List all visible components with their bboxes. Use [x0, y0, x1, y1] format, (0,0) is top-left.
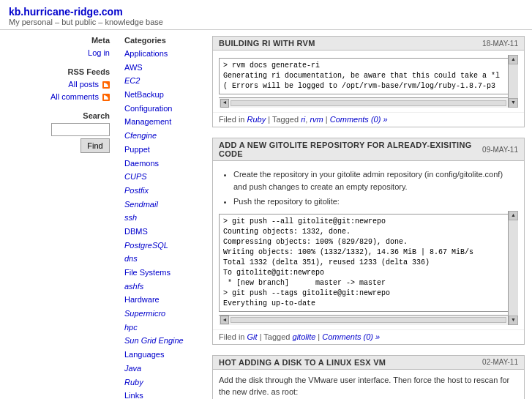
cat-link-dns[interactable]: dns: [124, 252, 198, 266]
cat-link-daemons[interactable]: Daemons: [124, 157, 198, 171]
categories-list: ApplicationsAWSEC2NetBackupConfiguration…: [124, 47, 198, 399]
rss-icon-posts[interactable]: [102, 81, 110, 89]
vscroll-up-2[interactable]: ▲: [509, 211, 518, 220]
cat-item-ashfs: ashfs: [124, 280, 198, 294]
footer-tag1-2[interactable]: gitolite: [293, 332, 316, 341]
cat-link-cups[interactable]: CUPS: [124, 170, 198, 184]
cat-link-dbms[interactable]: DBMS: [124, 225, 198, 239]
cat-item-dbms: DBMS: [124, 225, 198, 239]
article-gitolite: ADD A NEW GITOLITE REPOSITORY FOR ALREAD…: [212, 138, 525, 345]
find-button[interactable]: Find: [80, 138, 110, 153]
cat-link-links[interactable]: Links: [124, 389, 198, 399]
article-body-2: Create the repository in your gitolite a…: [213, 161, 524, 329]
all-posts-link[interactable]: All posts: [68, 80, 99, 89]
rss-icon-comments[interactable]: [102, 94, 110, 101]
code-inner-2: > git push --all gitolite@git:newrepo Co…: [219, 211, 518, 325]
vscroll-2: ▲ ▼: [508, 211, 518, 325]
footer-sep1-2: | Tagged: [258, 332, 293, 341]
rss-label: RSS Feeds: [7, 67, 110, 76]
hscroll-1[interactable]: ◄ ►: [219, 97, 518, 108]
cat-link-ec2[interactable]: EC2: [124, 74, 198, 88]
login-row: Log in: [7, 47, 110, 60]
footer-sep3-1: |: [323, 115, 330, 124]
rss-section: RSS Feeds All posts All comments: [7, 67, 110, 104]
article-intro-3: Add the disk through the VMware user int…: [219, 374, 518, 398]
footer-comments-1[interactable]: Comments (0) »: [330, 115, 388, 124]
hscroll-track-2[interactable]: [231, 317, 506, 323]
code-scroll-2: > git push --all gitolite@git:newrepo Co…: [219, 211, 518, 325]
cat-item-supermicro: Supermicro: [124, 307, 198, 321]
cat-link-supermicro[interactable]: Supermicro: [124, 307, 198, 321]
cat-link-aws[interactable]: AWS: [124, 61, 198, 75]
cat-item-postgresql: PostgreSQL: [124, 239, 198, 253]
cat-item-ruby: Ruby: [124, 376, 198, 389]
vscroll-down-1[interactable]: ▼: [509, 98, 518, 108]
article-title-2: ADD A NEW GITOLITE REPOSITORY FOR ALREAD…: [219, 141, 482, 158]
cat-link-languages[interactable]: Languages: [124, 348, 198, 362]
vscroll-up-1[interactable]: ▲: [509, 55, 518, 64]
code-inner-1: > rvm docs generate-ri Generating ri doc…: [219, 55, 518, 108]
article-header-2: ADD A NEW GITOLITE REPOSITORY FOR ALREAD…: [213, 138, 524, 161]
cat-link-ssh[interactable]: ssh: [124, 211, 198, 225]
cat-link-configuration[interactable]: Configuration: [124, 102, 198, 116]
all-comments-link[interactable]: All comments: [50, 92, 99, 101]
hscroll-track-1[interactable]: [231, 100, 506, 106]
article-title-3: HOT ADDING A DISK TO A LINUX ESX VM: [219, 358, 386, 367]
article-body-1: > rvm docs generate-ri Generating ri doc…: [213, 51, 524, 112]
cat-link-ashfs[interactable]: ashfs: [124, 280, 198, 294]
cat-item-file-systems: File Systems: [124, 266, 198, 280]
site-title[interactable]: kb.hurricane-ridge.com: [9, 6, 523, 18]
cat-link-sun-grid-engine[interactable]: Sun Grid Engine: [124, 334, 198, 348]
cat-link-applications[interactable]: Applications: [124, 47, 198, 61]
bullet-item-2-2: Push the repository to gitolite:: [233, 195, 518, 208]
all-comments-row: All comments: [7, 91, 110, 104]
article-footer-2: Filed in Git | Tagged gitolite | Comment…: [213, 329, 524, 344]
footer-comments-2[interactable]: Comments (0) »: [322, 332, 380, 341]
cat-item-sun-grid-engine: Sun Grid Engine: [124, 334, 198, 348]
login-link[interactable]: Log in: [88, 48, 110, 57]
vscroll-track-2: [509, 220, 518, 316]
cat-link-netbackup[interactable]: NetBackup: [124, 88, 198, 102]
footer-cat-link-1[interactable]: Ruby: [247, 115, 266, 124]
hscroll-left-1[interactable]: ◄: [220, 99, 229, 108]
cat-link-java[interactable]: Java: [124, 362, 198, 376]
site-subtitle: My personal – but public – knowledge bas…: [9, 18, 523, 26]
cat-link-ruby[interactable]: Ruby: [124, 376, 198, 389]
search-box: Find: [7, 123, 110, 153]
article-body-3: Add the disk through the VMware user int…: [213, 370, 524, 400]
footer-tag2-1[interactable]: rvm: [310, 115, 323, 124]
article-title-1: BUILDING RI WITH RVM: [219, 39, 315, 48]
article-date-2: 09-MAY-11: [482, 146, 518, 154]
search-input[interactable]: [51, 123, 110, 136]
cat-link-cfengine[interactable]: Cfengine: [124, 129, 198, 143]
hscroll-left-2[interactable]: ◄: [220, 316, 229, 324]
cat-link-postfix[interactable]: Postfix: [124, 184, 198, 198]
cat-link-hardware[interactable]: Hardware: [124, 293, 198, 307]
bullet-list-2: Create the repository in your gitolite a…: [219, 168, 518, 208]
footer-sep1-1: | Tagged: [266, 115, 301, 124]
sidebar: Meta Log in RSS Feeds All posts All comm…: [0, 36, 117, 399]
cat-link-postgresql[interactable]: PostgreSQL: [124, 239, 198, 253]
search-label: Search: [7, 111, 110, 120]
code-pre-2: > git push --all gitolite@git:newrepo Co…: [220, 215, 517, 311]
meta-section: Meta Log in: [7, 36, 110, 60]
all-posts-row: All posts: [7, 78, 110, 92]
vscroll-down-2[interactable]: ▼: [509, 316, 518, 325]
cat-link-hpc[interactable]: hpc: [124, 321, 198, 335]
article-hot-add: HOT ADDING A DISK TO A LINUX ESX VM 02-M…: [212, 355, 525, 400]
cat-item-hardware: Hardware: [124, 293, 198, 307]
cat-link-puppet[interactable]: Puppet: [124, 143, 198, 157]
article-date-1: 18-MAY-11: [482, 40, 518, 48]
hscroll-2[interactable]: ◄ ►: [219, 315, 518, 325]
footer-sep2-2: |: [315, 332, 322, 341]
cat-link-sendmail[interactable]: Sendmail: [124, 198, 198, 212]
cat-link-file-systems[interactable]: File Systems: [124, 266, 198, 280]
header: kb.hurricane-ridge.com My personal – but…: [0, 0, 532, 30]
article-footer-1: Filed in Ruby | Tagged ri, rvm | Comment…: [213, 112, 524, 127]
vscroll-1: ▲ ▼: [508, 55, 518, 108]
footer-cat-link-2[interactable]: Git: [247, 332, 258, 341]
cat-item-java: Java: [124, 362, 198, 376]
cat-link-management[interactable]: Management: [124, 115, 198, 129]
cat-item-ssh: ssh: [124, 211, 198, 225]
categories-title: Categories: [124, 36, 198, 45]
